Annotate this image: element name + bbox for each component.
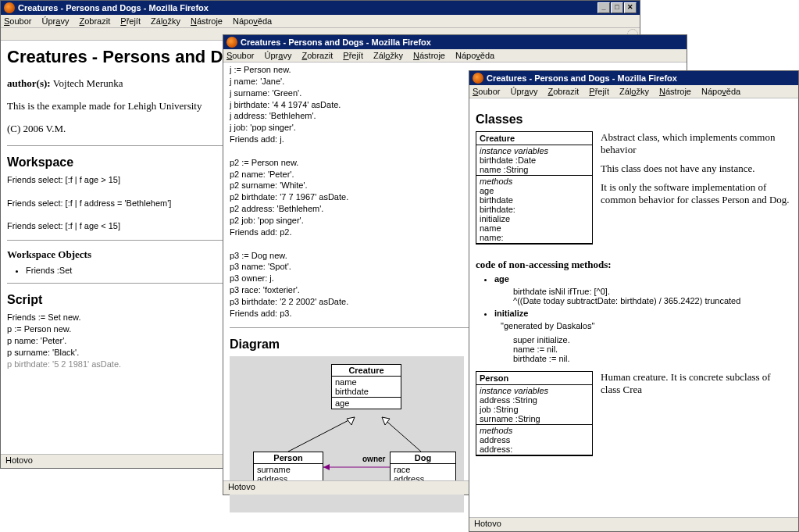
minimize-button[interactable]: _	[597, 2, 610, 13]
menu-item[interactable]: Úpravy	[42, 16, 70, 26]
method-bullet: initialize	[494, 309, 792, 318]
page-content: Classes Creature instance variables birt…	[469, 98, 798, 464]
titlebar[interactable]: Creatures - Persons and Dogs - Mozilla F…	[1, 1, 640, 15]
menu-item[interactable]: Zobrazit	[548, 87, 579, 96]
menu-item[interactable]: Záložky	[151, 16, 180, 26]
menu-item[interactable]: Nástroje	[413, 51, 445, 60]
nonacc-heading: code of non-accessing methods:	[476, 259, 792, 271]
menu-item[interactable]: Nástroje	[659, 87, 691, 96]
firefox-icon	[227, 37, 237, 48]
creature-desc: This class does not have any instance.	[601, 162, 792, 175]
menu-item[interactable]: Nápověda	[701, 87, 740, 96]
assoc-label: owner	[362, 455, 385, 463]
menubar: Soubor Úpravy Zobrazit Přejít Záložky Ná…	[469, 85, 798, 98]
window-3: Creatures - Persons and Dogs - Mozilla F…	[469, 70, 799, 532]
menu-item[interactable]: Nástroje	[191, 16, 223, 26]
close-button[interactable]: ✕	[624, 2, 637, 13]
creature-desc: Abstract class, which implements common …	[601, 131, 792, 156]
menu-item[interactable]: Přejít	[343, 51, 363, 60]
menu-item[interactable]: Přejít	[589, 87, 609, 96]
svg-line-2	[382, 417, 421, 452]
menu-item[interactable]: Zobrazit	[79, 16, 110, 26]
menubar: Soubor Úpravy Zobrazit Přejít Záložky Ná…	[1, 15, 640, 28]
person-desc: Human creature. It is concrete subclass …	[601, 371, 792, 396]
maximize-button[interactable]: □	[611, 2, 623, 13]
statusbar: Hotovo	[469, 517, 798, 531]
svg-marker-1	[347, 417, 355, 425]
menu-item[interactable]: Soubor	[473, 87, 500, 96]
firefox-icon	[473, 73, 483, 84]
svg-marker-3	[382, 417, 390, 425]
svg-line-0	[288, 417, 355, 452]
window-title: Creatures - Persons and Dogs - Mozilla F…	[487, 73, 677, 83]
menu-item[interactable]: Soubor	[4, 16, 31, 26]
menu-item[interactable]: Nápověda	[233, 16, 272, 26]
svg-marker-5	[323, 464, 330, 470]
window-title: Creatures - Persons and Dogs - Mozilla F…	[241, 37, 431, 47]
menu-item[interactable]: Úpravy	[265, 51, 292, 60]
classes-heading: Classes	[476, 112, 792, 127]
method-comment: "generated by Daskalos"	[501, 321, 792, 330]
method-body: super initialize. name := nil. birthdate…	[513, 335, 792, 363]
window-title: Creatures - Persons and Dogs - Mozilla F…	[18, 3, 209, 12]
menu-item[interactable]: Přejít	[120, 16, 141, 26]
menu-item[interactable]: Zobrazit	[301, 51, 333, 60]
firefox-icon	[4, 2, 15, 13]
class-box-creature: Creature instance variables birthdate :D…	[476, 131, 593, 245]
method-body: birthdate isNil ifTrue: [^0]. ^((Date to…	[513, 287, 792, 305]
menu-item[interactable]: Soubor	[227, 51, 254, 60]
menu-item[interactable]: Nápověda	[455, 51, 494, 60]
titlebar[interactable]: Creatures - Persons and Dogs - Mozilla F…	[223, 35, 687, 49]
menu-item[interactable]: Úpravy	[511, 87, 538, 96]
menu-item[interactable]: Záložky	[619, 87, 649, 96]
menu-item[interactable]: Záložky	[373, 51, 403, 60]
window-buttons: _ □ ✕	[597, 2, 637, 13]
uml-class-creature: Creature namebirthdate age	[331, 364, 401, 409]
titlebar[interactable]: Creatures - Persons and Dogs - Mozilla F…	[469, 71, 798, 85]
class-box-person: Person instance variables address :Strin…	[476, 371, 593, 456]
menubar: Soubor Úpravy Zobrazit Přejít Záložky Ná…	[223, 49, 687, 62]
method-bullet: age	[494, 274, 792, 284]
creature-desc: It is only the software implementation o…	[601, 181, 792, 206]
